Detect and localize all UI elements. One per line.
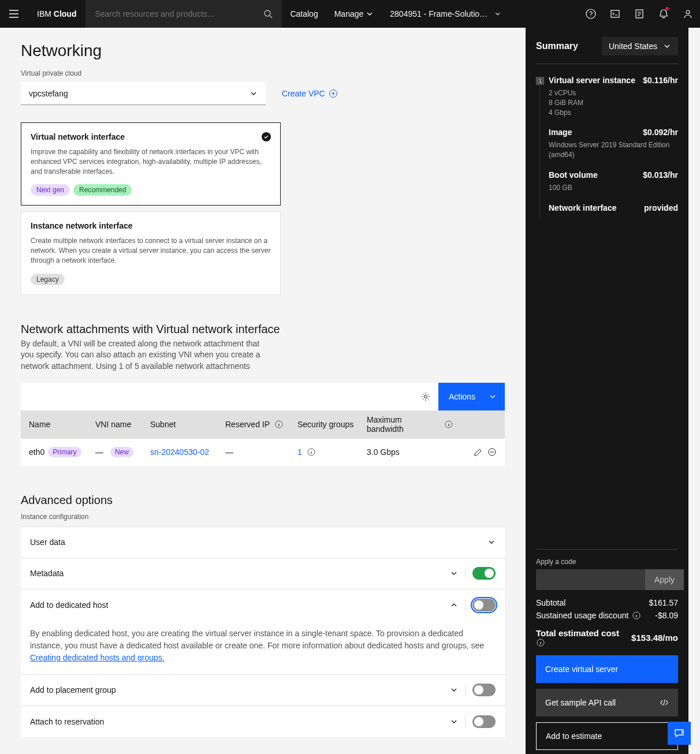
item-qty: 1 — [536, 77, 544, 85]
chevron-down-icon — [487, 538, 496, 546]
primary-badge: Primary — [48, 447, 81, 457]
code-icon — [660, 698, 669, 707]
edit-icon[interactable] — [474, 447, 483, 457]
attachments-title: Network attachments with Virtual network… — [21, 323, 505, 336]
summary-title: Summary — [536, 41, 578, 51]
reservation-toggle[interactable] — [472, 715, 496, 728]
card-instance-nic[interactable]: Instance network interface Create multip… — [21, 211, 281, 294]
remove-icon[interactable] — [487, 447, 497, 457]
info-icon[interactable] — [444, 420, 453, 429]
chevron-down-icon[interactable] — [450, 569, 458, 577]
create-server-button[interactable]: Create virtual server — [536, 655, 678, 683]
row-subnet-link[interactable]: sn-20240530-02 — [150, 447, 225, 457]
row-metadata: Metadata — [21, 558, 505, 589]
total-value: $153.48/mo — [631, 633, 678, 643]
chevron-down-icon[interactable] — [450, 686, 458, 694]
hamburger-menu[interactable] — [0, 0, 28, 28]
discount-label: Sustained usage discount — [536, 611, 628, 620]
info-icon[interactable] — [307, 447, 316, 457]
user-icon[interactable] — [676, 0, 700, 28]
chat-icon — [673, 727, 685, 739]
table-settings-button[interactable] — [413, 392, 438, 401]
info-icon[interactable] — [274, 420, 284, 429]
card-vni[interactable]: Virtual network interface Improve the ca… — [21, 122, 281, 206]
item-name: Virtual server instance — [549, 76, 635, 85]
item-price: provided — [644, 203, 678, 212]
apply-code-button[interactable]: Apply — [645, 569, 684, 590]
chevron-down-icon — [250, 89, 258, 98]
row-reservation: Attach to reservation — [21, 706, 505, 737]
metadata-toggle[interactable] — [472, 567, 496, 580]
apply-code-label: Apply a code — [536, 558, 678, 566]
chevron-down-icon[interactable] — [450, 718, 458, 726]
summary-item: 1 Virtual server instance$0.116/hr 2 vCP… — [536, 76, 678, 117]
summary-items: 1 Virtual server instance$0.116/hr 2 vCP… — [536, 76, 678, 223]
page-title: Networking — [21, 42, 505, 60]
item-price: $0.092/hr — [643, 128, 678, 137]
card-ini-desc: Create multiple network interfaces to co… — [31, 236, 271, 265]
svg-rect-3 — [611, 10, 619, 17]
subtotal-value: $161.57 — [649, 598, 678, 607]
row-placement-group: Add to placement group — [21, 675, 505, 706]
dedicated-host-docs-link[interactable]: Creating dedicated hosts and groups. — [30, 653, 165, 662]
get-api-button[interactable]: Get sample API call — [536, 689, 678, 716]
add-estimate-button[interactable]: Add to estimate — [536, 722, 678, 750]
account-selector[interactable]: 2804951 - Frame-SolutionsArch... — [382, 9, 509, 18]
item-details: 2 vCPUs8 GiB RAM4 Gbps — [549, 88, 678, 117]
item-details: 100 GB — [549, 183, 678, 193]
advanced-title: Advanced options — [21, 494, 505, 507]
attachments-desc: By default, a VNI will be created along … — [21, 338, 263, 372]
help-icon[interactable]: ? — [579, 0, 603, 28]
row-sg-link[interactable]: 1 — [297, 447, 302, 457]
table-row: eth0Primary — New sn-20240530-02 — 1 3.0… — [21, 438, 505, 466]
search-icon — [263, 9, 273, 18]
create-vpc-link[interactable]: Create VPC — [282, 89, 338, 98]
item-price: $0.116/hr — [643, 76, 678, 85]
vpc-select[interactable]: vpcstefang — [21, 82, 266, 105]
info-icon[interactable] — [536, 638, 545, 647]
terminal-icon[interactable] — [603, 0, 627, 28]
table-header-row: Name VNI name Subnet Reserved IP Securit… — [21, 410, 505, 438]
region-select[interactable]: United States — [602, 37, 678, 55]
chevron-up-icon[interactable] — [450, 601, 458, 609]
tag-nextgen: Next gen — [31, 184, 70, 196]
info-icon[interactable] — [632, 611, 641, 620]
promo-code-input[interactable] — [536, 569, 645, 590]
th-reserved: Reserved IP — [225, 420, 297, 429]
th-sg: Security groups — [297, 420, 367, 429]
attachments-table: Actions Name VNI name Subnet Reserved IP… — [21, 383, 505, 466]
tag-legacy: Legacy — [31, 274, 65, 285]
svg-point-7 — [425, 395, 427, 398]
cost-icon[interactable] — [627, 0, 651, 28]
placement-toggle[interactable] — [472, 684, 496, 696]
selected-check-icon — [262, 132, 271, 141]
actions-dropdown[interactable]: Actions — [438, 383, 505, 410]
global-header: IBM Cloud Catalog Manage 2804951 - Frame… — [0, 0, 700, 28]
th-subnet: Subnet — [150, 420, 225, 429]
notification-icon[interactable] — [651, 0, 676, 28]
th-vni: VNI name — [95, 420, 150, 429]
feedback-button[interactable] — [668, 722, 691, 745]
nav-catalog[interactable]: Catalog — [282, 0, 326, 28]
search-input[interactable] — [95, 9, 263, 18]
item-name: Image — [549, 128, 572, 137]
th-bw: Maximum bandwidth — [367, 415, 453, 434]
item-price: $0.013/hr — [643, 170, 678, 180]
total-label: Total estimated cost — [536, 628, 619, 638]
dedicated-host-toggle[interactable] — [472, 599, 496, 611]
row-name: eth0 — [29, 447, 44, 457]
th-name: Name — [29, 420, 95, 429]
new-badge: New — [110, 447, 133, 457]
card-vni-title: Virtual network interface — [31, 132, 125, 141]
item-name: Boot volume — [549, 170, 598, 180]
item-details: Windows Server 2019 Standard Edition (am… — [549, 140, 678, 160]
logo[interactable]: IBM Cloud — [28, 9, 85, 18]
card-vni-desc: Improve the capability and flexibility o… — [31, 147, 271, 176]
vpc-label: Virtual private cloud — [21, 69, 505, 77]
global-search[interactable] — [85, 0, 282, 28]
row-vni-dash: — — [95, 447, 103, 457]
summary-item: Image$0.092/hr Windows Server 2019 Stand… — [536, 128, 678, 160]
nav-manage[interactable]: Manage — [326, 0, 382, 28]
add-circle-icon — [329, 89, 338, 98]
row-userdata[interactable]: User data — [21, 527, 505, 558]
